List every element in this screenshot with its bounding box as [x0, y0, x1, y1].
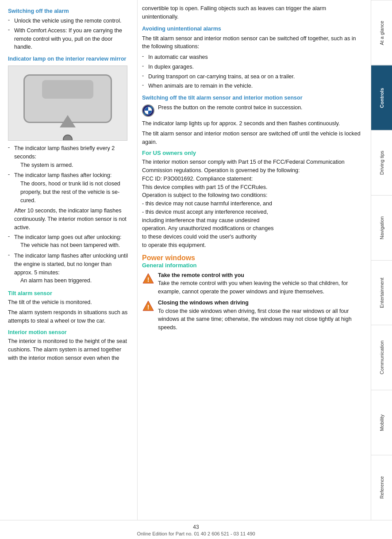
avoiding-bullet-3: - During transport on car-carrying train…: [142, 73, 364, 81]
sidebar-tab-entertainment[interactable]: Entertainment: [371, 260, 392, 325]
warning1-heading-text: Take the remote control with you: [158, 271, 364, 280]
warning-box-1: ! Take the remote control with you Take …: [142, 271, 364, 296]
bullet-unlock: - Unlock the vehicle using the remote co…: [8, 17, 130, 25]
convertible-text: convertible top is open. Falling objects…: [142, 4, 364, 21]
bmw-logo-icon: [142, 104, 154, 117]
avoiding-bullet-3-text: During transport on car-carrying trains,…: [148, 73, 295, 81]
bullet-10sec-text: After 10 seconds, the indicator lamp fla…: [14, 207, 130, 231]
page-number: 43: [0, 524, 392, 530]
press-button-text: Press the button on the remote control t…: [158, 104, 303, 112]
sidebar-tab-controls[interactable]: Controls: [371, 65, 392, 130]
warning1-sub-text: Take the remote control with you when le…: [158, 279, 364, 296]
sub-armed: The system is armed.: [20, 161, 130, 169]
bullet-flashes-unlocking: - The indicator lamp flashes after unloc…: [8, 252, 130, 286]
warning2-heading-text: Closing the windows when driving: [158, 299, 364, 307]
bullet-flashes-locking: - The indicator lamp flashes after locki…: [8, 171, 130, 205]
footer-text: Online Edition for Part no. 01 40 2 606 …: [0, 531, 392, 536]
sub-alarm-triggered: An alarm has been triggered.: [20, 277, 130, 285]
bullet-flashes-text: The indicator lamp flashes briefly every…: [14, 144, 130, 161]
mirror-button: [63, 135, 73, 141]
indicator-text2: The tilt alarm sensor and interior motio…: [142, 130, 364, 146]
tilt-alarm-text2: The alarm system responds in situations …: [8, 308, 130, 325]
avoiding-bullet-2: - In duplex garages.: [142, 63, 364, 71]
svg-text:!: !: [147, 304, 150, 311]
dash: -: [8, 233, 14, 251]
svg-text:!: !: [147, 276, 150, 283]
avoiding-bullet-4: - When animals are to remain in the vehi…: [142, 82, 364, 90]
sidebar-tab-mobility[interactable]: Mobility: [371, 390, 392, 455]
power-windows-heading: Power windows: [142, 254, 364, 262]
sidebar-tab-driving-tips[interactable]: Driving tips: [371, 130, 392, 195]
sidebar-tab-reference[interactable]: Reference: [371, 455, 392, 520]
bmw-icon-inner: [144, 107, 152, 115]
warning2-sub-text: To close the side windows when driving, …: [158, 307, 364, 332]
avoiding-bullet-1-text: In automatic car washes: [148, 53, 208, 62]
footer: 43 Online Edition for Part no. 01 40 2 6…: [0, 520, 392, 539]
avoiding-bullet-4-text: When animals are to remain in the vehicl…: [148, 82, 253, 90]
mirror-image: [8, 65, 127, 141]
avoiding-heading: Avoiding unintentional alarms: [142, 26, 364, 32]
sub-not-tampered: The vehicle has not been tampered with.: [20, 241, 122, 250]
avoiding-bullet-1: - In automatic car washes: [142, 53, 364, 62]
interior-motion-heading: Interior motion sensor: [8, 329, 130, 335]
warning-triangle-icon-2: !: [142, 300, 154, 312]
bullet-flashes-every-2s: - The indicator lamp flashes briefly eve…: [8, 144, 130, 170]
for-us-only-heading: For US owners only: [142, 150, 364, 156]
bullet-comfort: - With Comfort Access: If you are carryi…: [8, 27, 130, 51]
dash: -: [142, 63, 148, 71]
bullet-goes-out-text: The indicator lamp goes out after unlock…: [14, 233, 122, 242]
tilt-alarm-heading: Tilt alarm sensor: [8, 290, 130, 296]
interior-motion-text: The interior is monitored to the height …: [8, 337, 130, 362]
center-column: convertible top is open. Falling objects…: [137, 0, 371, 520]
indicator-text1: The indicator lamp lights up for approx.…: [142, 119, 364, 128]
fcc-text: The interior motion sensor comply with P…: [142, 158, 364, 249]
dash: -: [8, 252, 14, 286]
press-button-row: Press the button on the remote control t…: [142, 104, 364, 117]
dash: -: [8, 144, 14, 170]
bullet-10sec: After 10 seconds, the indicator lamp fla…: [8, 207, 130, 231]
avoiding-text: The tilt alarm sensor and interior motio…: [142, 35, 364, 51]
bullet-unlock-text: Unlock the vehicle using the remote cont…: [14, 17, 122, 25]
indicator-lamp-heading: Indicator lamp on the interior rearview …: [8, 56, 130, 62]
sidebar-tab-communication[interactable]: Communication: [371, 325, 392, 390]
dash: [8, 207, 14, 231]
bullet-flashes-locking-text: The indicator lamp flashes after locking…: [14, 171, 130, 180]
mirror-arrow: [60, 115, 76, 127]
bullet-comfort-text: With Comfort Access: If you are carrying…: [14, 27, 130, 51]
tilt-alarm-text1: The tilt of the vehicle is monitored.: [8, 298, 130, 307]
dash: -: [8, 171, 14, 205]
warning-triangle-icon: !: [142, 272, 154, 285]
avoiding-bullet-2-text: In duplex garages.: [148, 63, 194, 71]
right-sidebar: At a glance Controls Driving tips Naviga…: [371, 0, 392, 520]
bullet-goes-out: - The indicator lamp goes out after unlo…: [8, 233, 130, 251]
sidebar-tab-navigation[interactable]: Navigation: [371, 195, 392, 260]
sidebar-tab-at-a-glance[interactable]: At a glance: [371, 0, 392, 65]
dash: -: [8, 27, 14, 51]
warning-box-2: ! Closing the windows when driving To cl…: [142, 299, 364, 332]
switching-off-alarm-heading: Switching off the alarm: [8, 8, 130, 14]
sub-doors: The doors, hood or trunk lid is not clos…: [20, 180, 130, 204]
dash: -: [142, 73, 148, 81]
dash: -: [142, 53, 148, 62]
dash: -: [8, 17, 14, 25]
bullet-flashes-unlocking-text: The indicator lamp flashes after unlocki…: [14, 252, 130, 277]
left-column: Switching off the alarm - Unlock the veh…: [0, 0, 137, 520]
main-layout: Switching off the alarm - Unlock the veh…: [0, 0, 392, 520]
general-info-heading: General information: [142, 262, 364, 269]
dash: -: [142, 82, 148, 90]
switching-off-tilt-heading: Switching off the tilt alarm sensor and …: [142, 95, 364, 101]
